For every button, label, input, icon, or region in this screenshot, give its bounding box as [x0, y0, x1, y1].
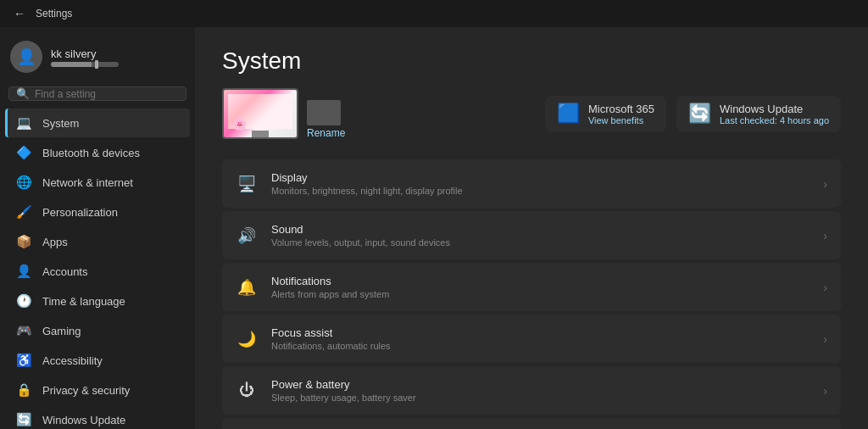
search-box[interactable]: 🔍: [8, 86, 186, 101]
power-battery-title: Power & battery: [271, 378, 810, 391]
notifications-subtitle: Alerts from apps and system: [271, 289, 810, 299]
device-thumbnail: [307, 100, 341, 125]
user-profile[interactable]: 👤 kk silvery: [0, 27, 195, 83]
display-subtitle: Monitors, brightness, night light, displ…: [271, 186, 810, 196]
windows-update-label: Windows Update: [42, 414, 125, 426]
display-chevron: ›: [823, 177, 827, 191]
personalization-label: Personalization: [42, 206, 118, 219]
ms365-text: Microsoft 365View benefits: [588, 103, 654, 125]
focus-assist-title: Focus assist: [271, 326, 810, 339]
network-label: Network & internet: [42, 176, 133, 189]
focus-assist-chevron: ›: [823, 332, 827, 346]
sidebar-item-network[interactable]: 🌐Network & internet: [5, 168, 190, 197]
sidebar-item-bluetooth[interactable]: 🔷Bluetooth & devices: [5, 138, 190, 167]
settings-item-focus-assist[interactable]: 🌙Focus assistNotifications, automatic ru…: [222, 315, 841, 363]
sound-subtitle: Volume levels, output, input, sound devi…: [271, 237, 810, 248]
power-battery-icon: ⏻: [236, 380, 258, 402]
back-icon: ←: [14, 7, 25, 20]
privacy-label: Privacy & security: [42, 384, 130, 397]
widget-windows-update[interactable]: 🔄Windows UpdateLast checked: 4 hours ago: [676, 96, 841, 132]
top-bar: Rename 🟦Microsoft 365View benefits🔄Windo…: [222, 88, 841, 139]
gaming-label: Gaming: [42, 325, 81, 337]
windows-update-title: Windows Update: [720, 103, 829, 115]
sidebar-item-windows-update[interactable]: 🔄Windows Update: [5, 405, 190, 429]
network-icon: 🌐: [15, 174, 32, 191]
display-title: Display: [271, 171, 810, 184]
notifications-chevron: ›: [823, 281, 827, 294]
focus-assist-subtitle: Notifications, automatic rules: [271, 341, 810, 351]
personalization-icon: 🖌️: [15, 203, 32, 220]
back-button[interactable]: ←: [10, 4, 29, 23]
accessibility-icon: ♿: [15, 352, 32, 369]
sidebar: 👤 kk silvery 🔍 💻System🔷Bluetooth & devic…: [0, 27, 195, 429]
sidebar-item-time[interactable]: 🕐Time & language: [5, 287, 190, 315]
content-area: System Rename 🟦Microsoft 365View benefit…: [195, 27, 868, 429]
accessibility-label: Accessibility: [42, 354, 103, 367]
ms365-subtitle: View benefits: [588, 115, 654, 125]
ms365-title: Microsoft 365: [588, 103, 654, 115]
widget-ms365[interactable]: 🟦Microsoft 365View benefits: [545, 96, 666, 132]
sidebar-item-apps[interactable]: 📦Apps: [5, 227, 190, 256]
search-input[interactable]: [35, 88, 179, 100]
nav-items: 💻System🔷Bluetooth & devices🌐Network & in…: [0, 108, 195, 429]
sidebar-item-privacy[interactable]: 🔒Privacy & security: [5, 376, 190, 404]
sidebar-item-gaming[interactable]: 🎮Gaming: [5, 316, 190, 345]
avatar: 👤: [10, 41, 42, 73]
sound-chevron: ›: [823, 229, 827, 242]
progress-pip: [95, 60, 98, 69]
windows-update-icon: 🔄: [15, 411, 32, 428]
power-battery-subtitle: Sleep, battery usage, battery saver: [271, 393, 810, 403]
sidebar-item-personalization[interactable]: 🖌️Personalization: [5, 198, 190, 226]
page-title: System: [222, 47, 841, 75]
apps-icon: 📦: [15, 233, 32, 250]
settings-item-power-battery[interactable]: ⏻Power & batterySleep, battery usage, ba…: [222, 366, 841, 415]
notifications-title: Notifications: [271, 275, 810, 287]
power-battery-text: Power & batterySleep, battery usage, bat…: [271, 378, 810, 403]
settings-item-notifications[interactable]: 🔔NotificationsAlerts from apps and syste…: [222, 263, 841, 311]
user-progress-bar: [51, 62, 119, 67]
sidebar-item-accounts[interactable]: 👤Accounts: [5, 257, 190, 286]
main-layout: 👤 kk silvery 🔍 💻System🔷Bluetooth & devic…: [0, 27, 868, 429]
notifications-text: NotificationsAlerts from apps and system: [271, 275, 810, 299]
username: kk silvery: [51, 47, 119, 60]
privacy-icon: 🔒: [15, 382, 32, 398]
avatar-icon: 👤: [17, 47, 36, 66]
search-icon: 🔍: [16, 87, 30, 100]
window-title: Settings: [36, 8, 72, 20]
notifications-icon: 🔔: [236, 276, 258, 298]
focus-assist-text: Focus assistNotifications, automatic rul…: [271, 326, 810, 351]
settings-item-storage[interactable]: 💾StorageStorage space, drives, configura…: [222, 418, 841, 429]
windows-update-icon: 🔄: [688, 103, 711, 125]
gaming-icon: 🎮: [15, 322, 32, 339]
display-icon: 🖥️: [236, 173, 258, 195]
ms365-icon: 🟦: [557, 103, 580, 125]
windows-update-text: Windows UpdateLast checked: 4 hours ago: [720, 103, 829, 125]
bluetooth-label: Bluetooth & devices: [42, 147, 140, 159]
settings-list: 🖥️DisplayMonitors, brightness, night lig…: [222, 159, 841, 429]
power-battery-chevron: ›: [823, 384, 827, 398]
sound-icon: 🔊: [236, 225, 258, 247]
focus-assist-icon: 🌙: [236, 328, 258, 350]
settings-item-sound[interactable]: 🔊SoundVolume levels, output, input, soun…: [222, 211, 841, 259]
accounts-label: Accounts: [42, 265, 87, 278]
sound-title: Sound: [271, 223, 810, 236]
monitor-stand: [252, 131, 269, 137]
accounts-icon: 👤: [15, 263, 32, 280]
system-label: System: [42, 117, 79, 130]
sidebar-item-system[interactable]: 💻System: [5, 109, 190, 137]
time-label: Time & language: [42, 295, 125, 308]
apps-label: Apps: [42, 236, 68, 248]
sidebar-item-accessibility[interactable]: ♿Accessibility: [5, 346, 190, 375]
settings-item-display[interactable]: 🖥️DisplayMonitors, brightness, night lig…: [222, 159, 841, 208]
windows-update-subtitle: Last checked: 4 hours ago: [720, 115, 829, 125]
rename-button[interactable]: Rename: [307, 127, 345, 139]
monitor-preview: [222, 88, 298, 139]
time-icon: 🕐: [15, 292, 32, 309]
system-icon: 💻: [15, 114, 32, 131]
device-rename: Rename: [307, 100, 345, 139]
display-text: DisplayMonitors, brightness, night light…: [271, 171, 810, 196]
titlebar: ← Settings: [0, 0, 868, 27]
bluetooth-icon: 🔷: [15, 144, 32, 161]
user-info: kk silvery: [51, 47, 119, 67]
widgets: 🟦Microsoft 365View benefits🔄Windows Upda…: [545, 96, 841, 132]
